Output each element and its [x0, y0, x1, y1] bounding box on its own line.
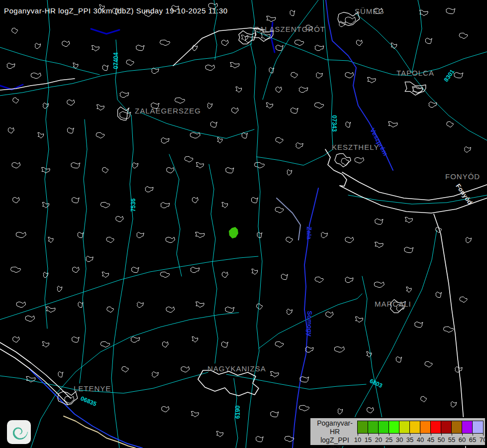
village-outline	[57, 286, 62, 291]
road-line-cyan	[412, 0, 422, 73]
village-outline	[78, 232, 83, 237]
road-line-white	[0, 342, 71, 398]
legend-tick	[441, 433, 442, 436]
legend-tick	[410, 433, 410, 436]
village-outline	[300, 376, 309, 382]
legend-station: Poganyvar-HR	[312, 419, 357, 436]
radar-screen: { "title": "Poganyvar-HR logZ_PPI 30km (…	[0, 0, 487, 448]
village-outline	[285, 436, 293, 442]
village-outline	[315, 45, 324, 50]
legend-tick	[452, 433, 452, 436]
country-border-line	[64, 416, 135, 448]
village-outline	[222, 202, 227, 208]
village-outline	[257, 304, 263, 309]
road-line-cyan	[226, 374, 366, 389]
village-outline	[181, 366, 190, 372]
road-line-cyan	[174, 44, 252, 65]
village-outline	[420, 10, 428, 15]
village-outline	[367, 407, 374, 413]
village-outline	[326, 312, 333, 317]
city-label: FONYÓD	[445, 172, 480, 181]
road-line-cyan	[414, 78, 487, 140]
legend-color-cell	[441, 421, 452, 433]
road-line-white	[198, 370, 259, 396]
radar-title: Poganyvar-HR logZ_PPI 30km (dbZ) Sunday …	[4, 6, 228, 15]
village-outline	[276, 87, 282, 92]
map-canvas	[0, 0, 487, 448]
village-outline	[321, 232, 328, 237]
village-outline	[102, 167, 108, 173]
village-outline	[356, 40, 362, 45]
village-outline	[252, 269, 257, 274]
legend-unit: dbZ	[312, 445, 357, 448]
village-outline	[100, 341, 109, 347]
road-number-label: 6190	[234, 406, 241, 419]
village-outline	[190, 132, 200, 138]
village-outline	[97, 105, 104, 110]
village-outline	[222, 272, 228, 277]
village-outline	[126, 60, 134, 65]
legend-color-cell	[358, 421, 368, 433]
village-outline	[167, 167, 174, 173]
village-outline	[68, 127, 74, 133]
village-outline	[162, 341, 168, 347]
village-outline	[338, 408, 343, 414]
spiral-logo-icon	[8, 421, 30, 443]
village-outline	[375, 219, 383, 224]
legend-tick	[462, 433, 463, 436]
village-outline	[67, 100, 75, 105]
village-outline	[466, 237, 471, 242]
village-outline	[185, 156, 193, 162]
road-line-cyan	[140, 112, 254, 138]
village-outline	[122, 366, 129, 372]
village-outline	[102, 272, 109, 277]
city-label: ZALASZENTGRÓT	[254, 25, 325, 33]
radar-echo-blob	[229, 227, 238, 238]
village-outline	[446, 8, 455, 13]
village-outline	[217, 431, 223, 437]
village-outline	[196, 302, 204, 307]
boundary-line-blue	[91, 29, 119, 34]
village-outline	[73, 63, 78, 68]
village-outline	[460, 297, 467, 302]
village-outline	[35, 43, 40, 48]
village-outline	[222, 40, 229, 45]
legend-tick	[399, 433, 400, 436]
village-outline	[425, 361, 432, 367]
village-outline	[334, 346, 344, 352]
village-outline	[116, 216, 123, 222]
town-outline	[120, 112, 131, 118]
road-line-cyan	[263, 0, 318, 100]
village-outline	[106, 237, 114, 242]
village-outline	[276, 45, 283, 50]
boundary-line-blue	[30, 369, 142, 448]
village-outline	[193, 45, 197, 50]
village-outline	[207, 103, 212, 108]
city-label: MARCALI	[375, 300, 411, 308]
road-line-white	[0, 79, 75, 90]
town-outline	[58, 392, 78, 405]
village-outline	[120, 92, 129, 97]
village-outline	[415, 322, 423, 327]
legend-color-cell	[379, 421, 389, 433]
village-outline	[175, 98, 185, 103]
legend-tick	[368, 433, 369, 436]
road-line-cyan	[115, 40, 131, 115]
village-outline	[232, 108, 239, 113]
village-outline	[78, 302, 83, 307]
village-outline	[226, 167, 234, 173]
town-outline	[341, 158, 349, 165]
village-outline	[389, 121, 397, 127]
village-outline	[43, 103, 48, 108]
village-outline	[132, 267, 139, 272]
legend-color-cell	[399, 421, 410, 433]
village-outline	[145, 186, 153, 192]
village-outline	[454, 72, 463, 78]
village-outline	[161, 137, 169, 143]
village-outline	[211, 121, 217, 127]
village-outline	[31, 73, 41, 78]
village-outline	[242, 132, 247, 138]
road-number-label: 07404	[112, 52, 119, 69]
road-line-cyan	[209, 164, 218, 363]
village-outline	[13, 336, 20, 342]
